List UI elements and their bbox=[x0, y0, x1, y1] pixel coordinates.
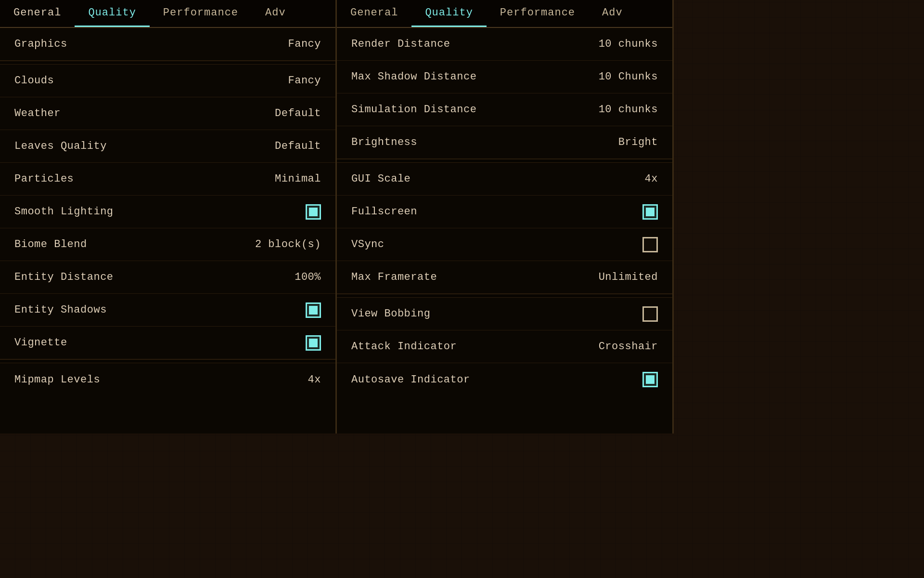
setting-label-simulation-distance: Simulation Distance bbox=[351, 104, 476, 116]
checkbox-view-bobbing[interactable] bbox=[642, 306, 658, 322]
setting-label-entity-distance: Entity Distance bbox=[14, 271, 114, 283]
setting-value-brightness: Bright bbox=[618, 136, 658, 148]
setting-label-render-distance: Render Distance bbox=[351, 38, 450, 50]
setting-value-graphics: Fancy bbox=[288, 38, 321, 50]
setting-label-clouds: Clouds bbox=[14, 75, 54, 87]
left-tab-bar: GeneralQualityPerformanceAdv bbox=[0, 0, 335, 28]
setting-label-particles: Particles bbox=[14, 173, 74, 185]
setting-value-clouds: Fancy bbox=[288, 75, 321, 87]
setting-value-particles: Minimal bbox=[275, 173, 321, 185]
setting-label-vsync: VSync bbox=[351, 238, 385, 250]
tab-adv[interactable]: Adv bbox=[252, 0, 299, 27]
setting-label-entity-shadows: Entity Shadows bbox=[14, 304, 107, 316]
setting-row-render-distance[interactable]: Render Distance10 chunks bbox=[337, 28, 672, 61]
setting-label-fullscreen: Fullscreen bbox=[351, 206, 417, 218]
setting-label-max-framerate: Max Framerate bbox=[351, 271, 437, 283]
setting-row-view-bobbing[interactable]: View Bobbing bbox=[337, 298, 672, 330]
setting-row-particles[interactable]: ParticlesMinimal bbox=[0, 163, 335, 196]
setting-row-biome-blend[interactable]: Biome Blend2 block(s) bbox=[0, 228, 335, 261]
setting-value-mipmap-levels: 4x bbox=[308, 374, 321, 386]
setting-row-autosave-indicator[interactable]: Autosave Indicator bbox=[337, 363, 672, 396]
left-panel: GeneralQualityPerformanceAdv GraphicsFan… bbox=[0, 0, 337, 434]
setting-label-mipmap-levels: Mipmap Levels bbox=[14, 374, 100, 386]
setting-row-smooth-lighting[interactable]: Smooth Lighting bbox=[0, 196, 335, 228]
setting-label-gui-scale: GUI Scale bbox=[351, 173, 411, 185]
setting-value-render-distance: 10 chunks bbox=[599, 38, 658, 50]
right-tab-bar: GeneralQualityPerformanceAdv bbox=[337, 0, 672, 28]
tab-performance[interactable]: Performance bbox=[150, 0, 252, 27]
tab-quality[interactable]: Quality bbox=[75, 0, 149, 27]
setting-label-leaves-quality: Leaves Quality bbox=[14, 140, 107, 152]
separator-separator1 bbox=[337, 159, 672, 163]
separator-separator1 bbox=[0, 61, 335, 65]
setting-value-attack-indicator: Crosshair bbox=[599, 341, 658, 353]
setting-label-graphics: Graphics bbox=[14, 38, 67, 50]
checkbox-vsync[interactable] bbox=[642, 237, 658, 252]
setting-label-weather: Weather bbox=[14, 107, 61, 119]
checkbox-smooth-lighting[interactable] bbox=[306, 204, 321, 220]
setting-value-simulation-distance: 10 chunks bbox=[599, 104, 658, 116]
setting-value-leaves-quality: Default bbox=[275, 140, 321, 152]
setting-row-entity-distance[interactable]: Entity Distance100% bbox=[0, 261, 335, 294]
setting-value-max-shadow-distance: 10 Chunks bbox=[599, 71, 658, 83]
setting-value-biome-blend: 2 block(s) bbox=[255, 238, 321, 250]
setting-label-vignette: Vignette bbox=[14, 337, 67, 349]
setting-value-entity-distance: 100% bbox=[295, 271, 321, 283]
tab-performance[interactable]: Performance bbox=[487, 0, 589, 27]
setting-value-max-framerate: Unlimited bbox=[599, 271, 658, 283]
tab-quality[interactable]: Quality bbox=[411, 0, 486, 27]
setting-row-simulation-distance[interactable]: Simulation Distance10 chunks bbox=[337, 93, 672, 126]
setting-row-clouds[interactable]: CloudsFancy bbox=[0, 65, 335, 97]
tab-general[interactable]: General bbox=[337, 0, 411, 27]
setting-label-view-bobbing: View Bobbing bbox=[351, 308, 430, 320]
setting-label-biome-blend: Biome Blend bbox=[14, 238, 87, 250]
setting-label-max-shadow-distance: Max Shadow Distance bbox=[351, 71, 476, 83]
setting-row-fullscreen[interactable]: Fullscreen bbox=[337, 196, 672, 228]
setting-row-weather[interactable]: WeatherDefault bbox=[0, 97, 335, 130]
checkbox-entity-shadows[interactable] bbox=[306, 302, 321, 318]
setting-label-brightness: Brightness bbox=[351, 136, 417, 148]
setting-row-attack-indicator[interactable]: Attack IndicatorCrosshair bbox=[337, 330, 672, 363]
setting-row-mipmap-levels[interactable]: Mipmap Levels4x bbox=[0, 363, 335, 396]
setting-row-max-framerate[interactable]: Max FramerateUnlimited bbox=[337, 261, 672, 294]
setting-row-brightness[interactable]: BrightnessBright bbox=[337, 126, 672, 159]
tab-general[interactable]: General bbox=[0, 0, 75, 27]
setting-value-gui-scale: 4x bbox=[645, 173, 658, 185]
checkbox-fullscreen[interactable] bbox=[642, 204, 658, 220]
setting-row-max-shadow-distance[interactable]: Max Shadow Distance10 Chunks bbox=[337, 61, 672, 93]
setting-row-graphics[interactable]: GraphicsFancy bbox=[0, 28, 335, 61]
setting-row-gui-scale[interactable]: GUI Scale4x bbox=[337, 163, 672, 196]
separator-separator2 bbox=[0, 359, 335, 363]
tab-adv[interactable]: Adv bbox=[589, 0, 636, 27]
setting-label-autosave-indicator: Autosave Indicator bbox=[351, 374, 470, 386]
right-panel: GeneralQualityPerformanceAdv Render Dist… bbox=[337, 0, 674, 434]
setting-label-attack-indicator: Attack Indicator bbox=[351, 341, 457, 353]
setting-row-leaves-quality[interactable]: Leaves QualityDefault bbox=[0, 130, 335, 163]
checkbox-vignette[interactable] bbox=[306, 335, 321, 351]
separator-separator2 bbox=[337, 294, 672, 298]
left-settings-list: GraphicsFancyCloudsFancyWeatherDefaultLe… bbox=[0, 28, 335, 434]
right-settings-list: Render Distance10 chunksMax Shadow Dista… bbox=[337, 28, 672, 434]
checkbox-autosave-indicator[interactable] bbox=[642, 372, 658, 387]
setting-label-smooth-lighting: Smooth Lighting bbox=[14, 206, 114, 218]
setting-row-entity-shadows[interactable]: Entity Shadows bbox=[0, 294, 335, 327]
setting-row-vsync[interactable]: VSync bbox=[337, 228, 672, 261]
setting-row-vignette[interactable]: Vignette bbox=[0, 327, 335, 359]
setting-value-weather: Default bbox=[275, 107, 321, 119]
